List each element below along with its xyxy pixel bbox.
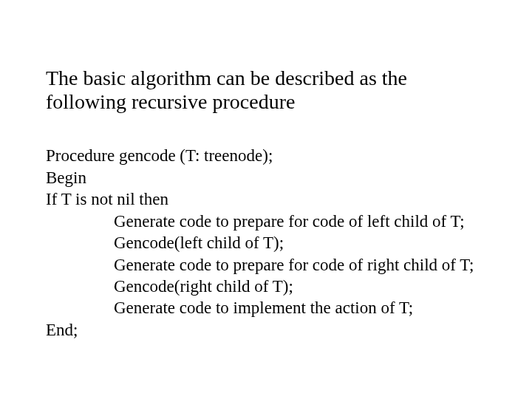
code-line: If T is not nil then bbox=[46, 188, 488, 210]
code-line: Generate code to prepare for code of lef… bbox=[46, 211, 488, 232]
code-line: End; bbox=[46, 319, 488, 341]
code-line: Generate code to prepare for code of rig… bbox=[46, 254, 488, 276]
slide: The basic algorithm can be described as … bbox=[0, 0, 532, 399]
code-line: Generate code to implement the action of… bbox=[46, 297, 488, 318]
code-line: Procedure gencode (T: treenode); bbox=[46, 145, 488, 166]
code-line: Begin bbox=[46, 167, 488, 188]
code-line: Gencode(right child of T); bbox=[46, 276, 488, 297]
code-line: Gencode(left child of T); bbox=[46, 232, 488, 253]
slide-title: The basic algorithm can be described as … bbox=[46, 66, 488, 114]
slide-body: Procedure gencode (T: treenode); Begin I… bbox=[46, 145, 488, 341]
